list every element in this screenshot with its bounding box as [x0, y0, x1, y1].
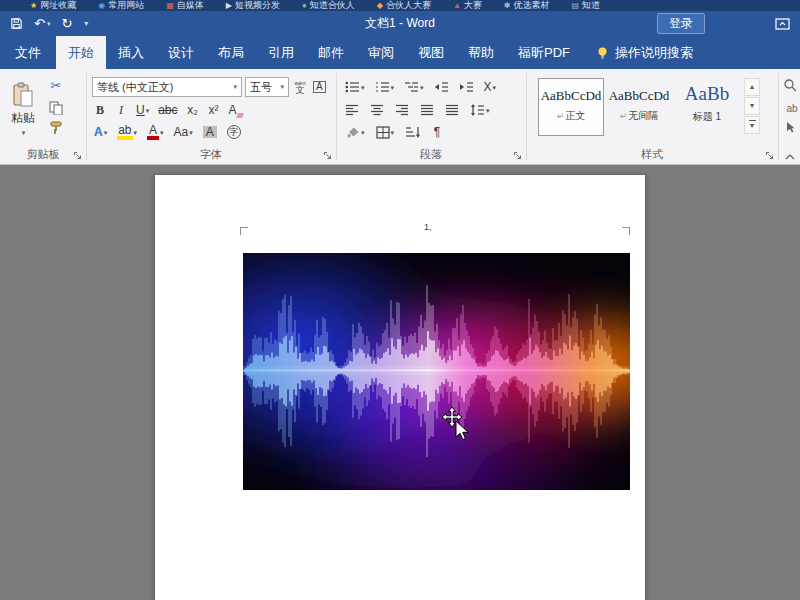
character-shading-button[interactable]: A: [201, 122, 219, 142]
style-no-spacing[interactable]: AaBbCcDd ↵无间隔: [606, 78, 672, 136]
line-spacing-button[interactable]: ▾: [468, 100, 492, 120]
numbering-button[interactable]: ▾: [373, 77, 397, 97]
cut-button[interactable]: ✂: [48, 75, 64, 95]
replace-icon[interactable]: ab: [784, 99, 800, 119]
font-name-value: 等线 (中文正文): [97, 80, 173, 95]
distribute-button[interactable]: [443, 100, 461, 120]
select-icon[interactable]: [785, 121, 796, 133]
clipboard-icon: [12, 82, 34, 108]
justify-button[interactable]: [418, 100, 436, 120]
styles-gallery-up-button[interactable]: ▴: [744, 78, 760, 96]
collapse-ribbon-button[interactable]: [785, 154, 795, 160]
font-name-combo[interactable]: 等线 (中文正文)▾: [92, 77, 242, 97]
bullets-button[interactable]: ▾: [343, 77, 367, 97]
bookmark-item[interactable]: ●知道合伙人: [302, 0, 355, 11]
save-icon: [10, 17, 23, 30]
distribute-icon: [445, 104, 459, 116]
subscript-button[interactable]: x₂: [185, 100, 201, 120]
numbering-icon: [375, 81, 390, 93]
document-area: 1,: [0, 166, 800, 600]
tab-insert[interactable]: 插入: [106, 36, 156, 69]
tab-references[interactable]: 引用: [256, 36, 306, 69]
font-dialog-launcher[interactable]: [323, 151, 333, 161]
bookmark-item[interactable]: ✱优选素材: [504, 0, 550, 11]
paste-button[interactable]: 粘贴 ▾: [4, 74, 42, 144]
font-size-combo[interactable]: 五号▾: [245, 77, 289, 97]
decrease-indent-button[interactable]: [432, 77, 451, 97]
styles-dialog-launcher[interactable]: [765, 151, 775, 161]
line-spacing-icon: [470, 104, 485, 116]
tab-mailings[interactable]: 邮件: [306, 36, 356, 69]
character-border-button[interactable]: A: [311, 77, 328, 97]
borders-button[interactable]: ▾: [374, 122, 397, 142]
bookmark-item[interactable]: ▦自媒体: [166, 0, 204, 11]
sign-in-button[interactable]: 登录: [657, 13, 705, 34]
save-button[interactable]: [10, 17, 23, 30]
asian-layout-button[interactable]: X▾: [482, 77, 499, 97]
dropdown-arrow-icon: ▾: [146, 107, 150, 114]
doc-icon: ▤: [572, 1, 580, 10]
redo-button[interactable]: ↻: [61, 17, 72, 30]
tab-layout[interactable]: 布局: [206, 36, 256, 69]
align-left-button[interactable]: [343, 100, 361, 120]
highlight-color-button[interactable]: ab▾: [115, 122, 139, 142]
customize-qat-button[interactable]: ▾: [83, 20, 88, 28]
superscript-button[interactable]: x²: [206, 100, 222, 120]
undo-button[interactable]: ↶▾: [34, 17, 50, 30]
enclose-characters-button[interactable]: 字: [225, 122, 243, 142]
align-center-button[interactable]: [368, 100, 386, 120]
clipboard-dialog-launcher[interactable]: [73, 151, 83, 161]
bookmark-item[interactable]: ◆合伙人大赛: [377, 0, 431, 11]
text-effects-button[interactable]: A▾: [92, 122, 109, 142]
style-normal[interactable]: AaBbCcDd ↵正文: [538, 78, 604, 136]
style-heading-1[interactable]: AaBb 标题 1: [674, 78, 740, 136]
strikethrough-button[interactable]: abc: [156, 100, 179, 120]
ribbon-display-options-icon[interactable]: [775, 18, 790, 30]
show-marks-button[interactable]: ¶: [429, 122, 445, 142]
font-group-label: 字体: [86, 147, 336, 162]
multilevel-list-button[interactable]: ▾: [402, 77, 426, 97]
inline-picture[interactable]: [243, 253, 630, 490]
copy-button[interactable]: [49, 101, 63, 115]
document-page[interactable]: 1,: [155, 175, 645, 600]
tab-design[interactable]: 设计: [156, 36, 206, 69]
sort-button[interactable]: [403, 122, 422, 142]
bookmark-item[interactable]: ★网址收藏: [30, 0, 76, 11]
tab-home[interactable]: 开始: [56, 36, 106, 69]
find-icon[interactable]: [784, 79, 797, 92]
tell-me-search[interactable]: 操作说明搜索: [596, 36, 693, 69]
highlight-icon: ab: [117, 124, 132, 140]
bookmark-item[interactable]: ◉常用网站: [98, 0, 144, 11]
change-case-button[interactable]: Aa▾: [172, 122, 195, 142]
title-bar: ↶▾ ↻ ▾ 文档1 - Word 登录: [0, 11, 800, 36]
shading-button[interactable]: ▾: [343, 122, 367, 142]
title-bar-right: 登录: [657, 11, 790, 36]
bookmark-label: 大赛: [464, 0, 482, 11]
dropdown-arrow-icon: ▾: [391, 129, 395, 136]
justify-icon: [420, 104, 434, 116]
tab-view[interactable]: 视图: [406, 36, 456, 69]
bookmark-item[interactable]: ▶短视频分发: [226, 0, 280, 11]
dropdown-arrow-icon: ▾: [134, 129, 138, 136]
bookmark-label: 合伙人大赛: [386, 0, 431, 11]
tab-review[interactable]: 审阅: [356, 36, 406, 69]
italic-button[interactable]: I: [113, 100, 129, 120]
tab-file[interactable]: 文件: [0, 36, 56, 69]
styles-gallery-more-button[interactable]: ▾: [744, 116, 760, 134]
phonetic-guide-button[interactable]: wén文: [292, 77, 308, 97]
styles-gallery-down-button[interactable]: ▾: [744, 97, 760, 115]
clear-formatting-button[interactable]: A: [227, 100, 243, 120]
format-painter-button[interactable]: [49, 121, 63, 135]
increase-indent-button[interactable]: [457, 77, 476, 97]
align-right-button[interactable]: [393, 100, 411, 120]
bold-button[interactable]: B: [92, 100, 108, 120]
underline-button[interactable]: U▾: [134, 100, 151, 120]
tab-foxit-pdf[interactable]: 福昕PDF: [506, 36, 582, 69]
dropdown-arrow-icon: ▾: [361, 84, 365, 91]
bookmark-item[interactable]: ▤知道: [572, 0, 601, 11]
paragraph-dialog-launcher[interactable]: [513, 151, 523, 161]
font-color-button[interactable]: A▾: [145, 122, 166, 142]
tab-help[interactable]: 帮助: [456, 36, 506, 69]
bookmark-item[interactable]: ▲大赛: [453, 0, 482, 11]
browser-bookmarks-bar: ★网址收藏 ◉常用网站 ▦自媒体 ▶短视频分发 ●知道合伙人 ◆合伙人大赛 ▲大…: [0, 0, 800, 11]
